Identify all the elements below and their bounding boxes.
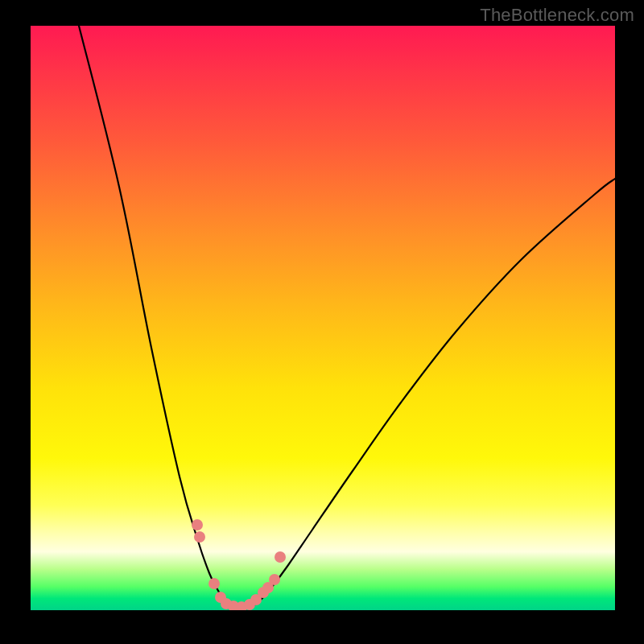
curve-marker bbox=[208, 578, 220, 589]
plot-area bbox=[31, 26, 615, 610]
bottleneck-curve-path bbox=[79, 26, 615, 609]
curve-marker bbox=[194, 531, 205, 543]
curve-marker bbox=[275, 551, 286, 563]
chart-frame: TheBottleneck.com bbox=[0, 0, 644, 644]
watermark-text: TheBottleneck.com bbox=[480, 5, 634, 26]
curve-marker bbox=[192, 519, 203, 530]
curve-marker bbox=[269, 574, 280, 585]
chart-svg bbox=[31, 26, 615, 610]
